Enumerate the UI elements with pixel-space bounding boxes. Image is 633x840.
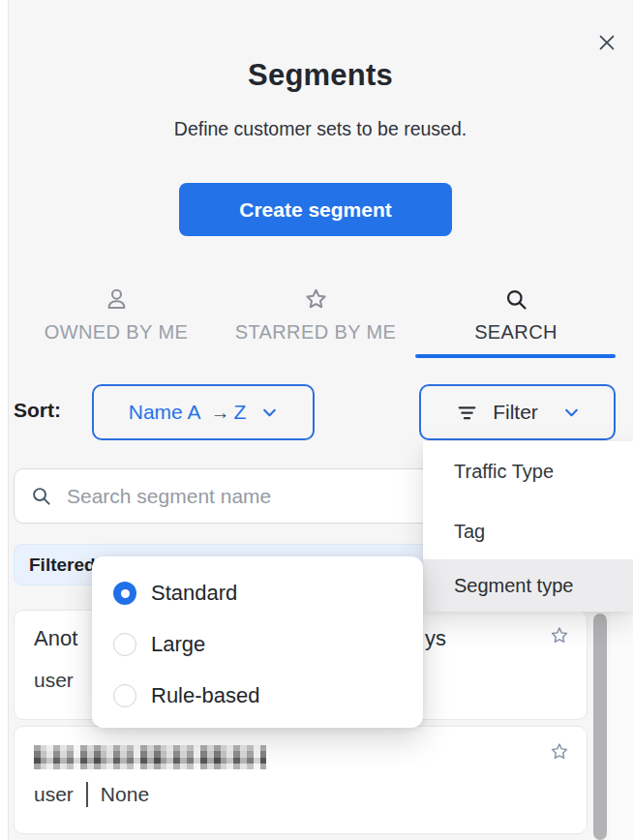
segment-meta-value: None	[101, 783, 149, 806]
segments-modal: Segments Define customer sets to be reus…	[0, 0, 633, 840]
active-tab-underline	[415, 354, 616, 358]
create-segment-button[interactable]: Create segment	[179, 183, 452, 236]
radio-option-standard[interactable]: Standard	[113, 581, 237, 606]
filter-menu-item-segment-type[interactable]: Segment type	[423, 559, 633, 612]
radio-unselected-icon[interactable]	[113, 633, 136, 656]
filter-label: Filter	[493, 401, 538, 424]
close-icon[interactable]	[593, 29, 620, 56]
tab-search[interactable]: SEARCH	[416, 286, 616, 344]
sort-dropdown[interactable]: Name A → Z	[92, 384, 315, 440]
segment-meta-type: user	[34, 783, 74, 806]
filter-dropdown-button[interactable]: Filter	[419, 384, 616, 440]
filter-icon	[455, 401, 479, 425]
segment-meta: user	[34, 669, 74, 692]
star-icon[interactable]	[549, 741, 570, 763]
segment-list-item[interactable]: user None	[14, 726, 588, 834]
radio-selected-icon[interactable]	[113, 582, 136, 605]
search-icon	[503, 286, 529, 316]
tab-starred-by-me[interactable]: STARRED BY ME	[219, 286, 412, 344]
radio-label: Large	[151, 632, 205, 657]
tab-search-label: SEARCH	[474, 321, 558, 344]
star-icon[interactable]	[549, 625, 570, 646]
scrollbar-gutter	[610, 612, 633, 840]
sort-value: Name A	[129, 401, 201, 424]
segment-name: Anot	[34, 626, 77, 651]
censored-segment-name	[34, 745, 266, 769]
star-icon	[303, 286, 329, 316]
filter-menu-item-tag[interactable]: Tag	[423, 505, 633, 557]
chevron-down-icon	[563, 405, 580, 421]
radio-label: Rule-based	[151, 683, 260, 708]
scrollbar-thumb[interactable]	[593, 614, 607, 840]
radio-unselected-icon[interactable]	[113, 684, 136, 707]
segment-type-popup: Standard Large Rule-based	[92, 556, 423, 728]
radio-option-large[interactable]: Large	[113, 632, 205, 657]
tab-owned-by-me-label: OWNED BY ME	[45, 321, 189, 344]
page-title: Segments	[8, 58, 633, 93]
chevron-down-icon	[261, 405, 278, 421]
segment-meta-type: user	[34, 669, 74, 692]
sort-arrow: →	[210, 402, 229, 424]
search-icon	[30, 485, 52, 507]
page-subtitle: Define customer sets to be reused.	[8, 118, 633, 140]
segment-name-end: ys	[425, 626, 446, 651]
segment-meta: user None	[34, 782, 149, 807]
filter-menu-panel: Traffic Type Tag Segment type	[423, 441, 633, 612]
radio-label: Standard	[151, 581, 237, 606]
person-icon	[104, 286, 130, 316]
sort-value-suffix: Z	[233, 401, 246, 424]
sort-label: Sort:	[14, 399, 61, 422]
meta-divider	[86, 782, 88, 807]
filter-menu-item-traffic-type[interactable]: Traffic Type	[423, 445, 633, 497]
tab-owned-by-me[interactable]: OWNED BY ME	[23, 286, 209, 344]
tab-starred-by-me-label: STARRED BY ME	[235, 321, 397, 344]
radio-option-rule-based[interactable]: Rule-based	[113, 683, 260, 708]
